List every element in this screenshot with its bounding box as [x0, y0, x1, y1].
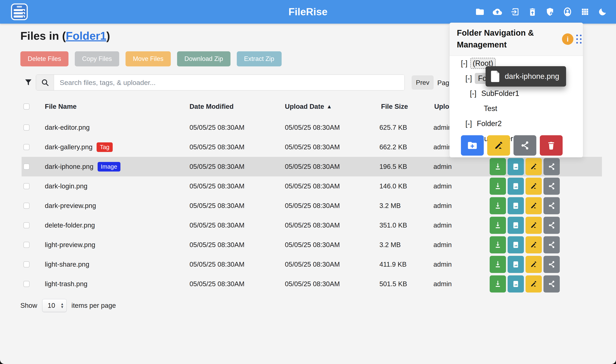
table-row[interactable]: dark-iphone.pngImage 05/05/25 08:30AM 05… — [22, 157, 602, 176]
items-per-page-select[interactable]: 10 ▲▼ — [42, 299, 67, 312]
drag-ghost-tooltip: dark-iphone.png — [485, 66, 566, 87]
row-checkbox[interactable] — [24, 144, 29, 150]
preview-image-button[interactable] — [508, 236, 524, 253]
user-profile-icon[interactable] — [563, 7, 572, 17]
column-file-name[interactable]: File Name — [45, 99, 77, 115]
download-zip-button[interactable]: Download Zip — [177, 51, 230, 66]
move-files-button[interactable]: Move Files — [126, 51, 171, 66]
folder-tree-item[interactable]: Test — [449, 101, 583, 116]
restore-trash-icon[interactable] — [528, 7, 537, 17]
row-checkbox[interactable] — [24, 124, 29, 130]
folder-tree-item[interactable]: [-] SubFolder1 — [449, 86, 583, 101]
folder-icon[interactable] — [475, 7, 485, 17]
filter-icon[interactable] — [24, 78, 33, 87]
preview-image-button[interactable] — [508, 158, 524, 175]
select-all-checkbox[interactable] — [24, 104, 29, 110]
create-folder-button[interactable] — [461, 135, 484, 156]
column-file-size[interactable]: File Size — [381, 99, 408, 115]
preview-image-button[interactable] — [508, 275, 524, 293]
sort-ascending-icon: ▲ — [327, 104, 332, 110]
tree-toggle[interactable]: [-] — [465, 119, 472, 128]
share-file-button[interactable] — [543, 178, 560, 195]
panel-drag-handle-icon[interactable] — [576, 35, 582, 44]
edit-file-button[interactable] — [525, 275, 542, 293]
delete-files-button[interactable]: Delete Files — [20, 51, 68, 66]
date-modified: 05/05/25 08:30AM — [189, 255, 245, 274]
preview-image-button[interactable] — [508, 217, 524, 234]
row-checkbox[interactable] — [24, 261, 29, 267]
edit-file-button[interactable] — [525, 236, 542, 253]
show-label: Show — [20, 302, 37, 309]
file-size: 501.5 KB — [380, 274, 407, 294]
uploader: admin — [433, 216, 452, 235]
download-file-button[interactable] — [490, 275, 506, 293]
share-file-button[interactable] — [543, 275, 560, 293]
date-modified: 05/05/25 08:30AM — [189, 196, 245, 216]
admin-shield-icon[interactable] — [545, 7, 555, 17]
row-checkbox[interactable] — [24, 281, 29, 287]
upload-date: 05/05/25 08:30AM — [285, 235, 340, 255]
table-row[interactable]: delete-folder.png 05/05/25 08:30AM 05/05… — [22, 216, 602, 235]
pagination-footer: Show 10 ▲▼ items per page — [20, 299, 116, 312]
edit-file-button[interactable] — [525, 178, 542, 195]
edit-file-button[interactable] — [525, 256, 542, 273]
share-file-button[interactable] — [543, 217, 560, 234]
tree-toggle[interactable]: [-] — [461, 59, 467, 68]
column-upload-date[interactable]: Upload Date▲ — [285, 99, 332, 115]
edit-file-button[interactable] — [525, 158, 542, 175]
preview-image-button[interactable] — [508, 197, 524, 214]
apps-grid-icon[interactable] — [580, 7, 590, 17]
copy-files-button[interactable]: Copy Files — [75, 51, 119, 66]
prev-page-button[interactable]: Prev — [412, 75, 434, 90]
row-checkbox[interactable] — [24, 183, 29, 189]
tree-folder-label[interactable]: Folder2 — [475, 118, 504, 129]
rename-folder-button[interactable] — [487, 135, 510, 156]
tree-toggle[interactable]: [-] — [465, 74, 472, 83]
share-file-button[interactable] — [543, 197, 560, 214]
cloud-upload-icon[interactable] — [493, 7, 502, 17]
row-checkbox[interactable] — [24, 203, 29, 209]
sign-in-icon[interactable] — [510, 7, 520, 17]
file-badge: Tag — [97, 142, 113, 152]
download-file-button[interactable] — [490, 197, 506, 214]
current-folder-link[interactable]: Folder1 — [66, 29, 106, 42]
tree-folder-label[interactable]: Test — [482, 104, 499, 114]
share-folder-button[interactable] — [513, 135, 536, 156]
edit-file-button[interactable] — [525, 197, 542, 214]
download-file-button[interactable] — [490, 236, 506, 253]
extract-zip-button[interactable]: Extract Zip — [237, 51, 282, 66]
preview-image-button[interactable] — [508, 256, 524, 273]
file-name: light-preview.png — [45, 241, 95, 249]
share-file-button[interactable] — [543, 158, 560, 175]
table-row[interactable]: light-trash.png 05/05/25 08:30AM 05/05/2… — [22, 274, 602, 294]
uploader: admin — [433, 274, 452, 294]
table-row[interactable]: light-preview.png 05/05/25 08:30AM 05/05… — [22, 235, 602, 255]
download-file-button[interactable] — [490, 217, 506, 234]
tree-folder-label[interactable]: SubFolder1 — [479, 88, 521, 99]
tree-toggle[interactable]: [-] — [470, 89, 476, 98]
download-file-button[interactable] — [490, 178, 506, 195]
share-file-button[interactable] — [543, 256, 560, 273]
uploader: admin — [433, 235, 452, 255]
download-file-button[interactable] — [490, 158, 506, 175]
row-checkbox[interactable] — [24, 164, 29, 170]
dark-mode-moon-icon[interactable] — [598, 7, 607, 17]
table-row[interactable]: dark-preview.png 05/05/25 08:30AM 05/05/… — [22, 196, 602, 216]
app-bar: FileRise — [0, 0, 616, 24]
folder-tree-item[interactable]: [-] Folder2 — [449, 116, 583, 131]
file-name: dark-login.png — [45, 182, 87, 190]
column-date-modified[interactable]: Date Modified — [189, 99, 234, 115]
info-icon[interactable]: i — [562, 33, 573, 45]
edit-file-button[interactable] — [525, 217, 542, 234]
search-input[interactable] — [54, 75, 405, 90]
file-name: light-trash.png — [45, 280, 87, 288]
share-file-button[interactable] — [543, 236, 560, 253]
row-checkbox[interactable] — [24, 242, 29, 248]
delete-folder-button[interactable] — [540, 135, 563, 156]
table-row[interactable]: light-share.png 05/05/25 08:30AM 05/05/2… — [22, 255, 602, 274]
row-checkbox[interactable] — [24, 222, 29, 228]
download-file-button[interactable] — [490, 256, 506, 273]
preview-image-button[interactable] — [508, 178, 524, 195]
row-action-buttons — [490, 158, 560, 175]
table-row[interactable]: dark-login.png 05/05/25 08:30AM 05/05/25… — [22, 176, 602, 196]
